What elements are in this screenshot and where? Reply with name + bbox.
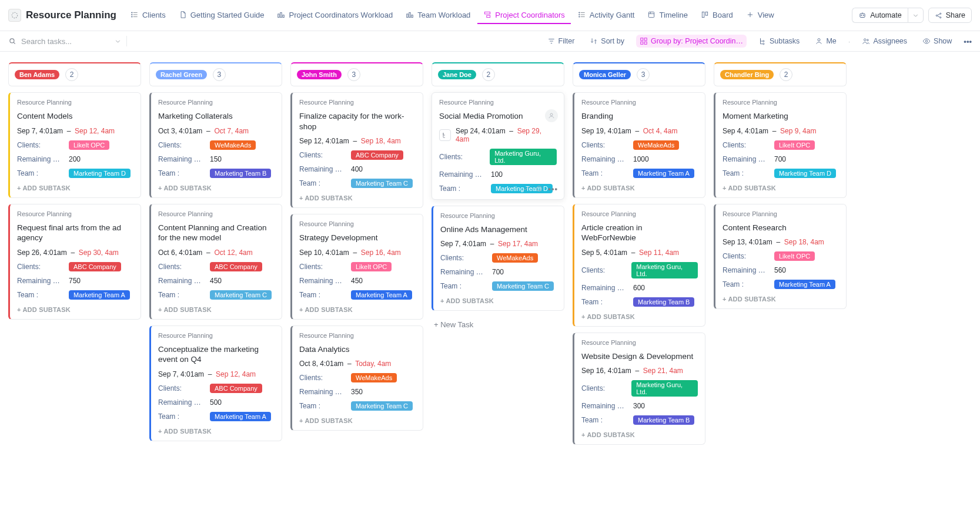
automate-button[interactable]: Automate	[852, 8, 908, 23]
add-subtask-button[interactable]: + ADD SUBTASK	[158, 305, 275, 313]
task-card[interactable]: Resource PlanningSocial Media PromotionS…	[432, 92, 564, 200]
add-subtask-button[interactable]: + ADD SUBTASK	[299, 416, 416, 424]
tab-project-coordinators[interactable]: Project Coordinators	[477, 7, 571, 24]
client-chip[interactable]: WeMakeAds	[633, 140, 679, 150]
task-card[interactable]: Resource PlanningMarketing CollateralsOc…	[149, 92, 282, 198]
team-chip[interactable]: Marketing Team B	[633, 297, 694, 307]
client-chip[interactable]: LikeIt OPC	[69, 140, 109, 150]
add-subtask-button[interactable]: + ADD SUBTASK	[723, 294, 839, 303]
team-chip[interactable]: Marketing Team A	[774, 280, 835, 289]
client-chip[interactable]: Marketing Guru, Ltd.	[631, 380, 698, 397]
card-more-menu[interactable]: •••	[548, 184, 558, 193]
team-chip[interactable]: Marketing Team B	[210, 169, 271, 178]
column-header[interactable]: Jane Doe2	[432, 62, 564, 86]
add-subtask-button[interactable]: + ADD SUBTASK	[158, 183, 275, 192]
team-chip[interactable]: Marketing Team C	[492, 281, 554, 291]
team-chip[interactable]: Marketing Team A	[210, 412, 271, 421]
tab-board[interactable]: Board	[695, 7, 739, 24]
add-subtask-button[interactable]: + ADD SUBTASK	[17, 183, 133, 192]
add-subtask-button[interactable]: + ADD SUBTASK	[723, 183, 839, 192]
subtasks-button[interactable]: Subtasks	[755, 35, 803, 48]
more-menu[interactable]: •••	[964, 37, 972, 46]
tab-timeline[interactable]: Timeline	[641, 7, 694, 24]
share-button[interactable]: Share	[928, 8, 972, 23]
task-card[interactable]: Resource PlanningArticle creation in Web…	[573, 204, 705, 327]
tab-activity-gantt[interactable]: Activity Gantt	[572, 7, 641, 24]
sortby-button[interactable]: Sort by	[586, 35, 628, 48]
task-card[interactable]: Resource PlanningOnline Ads ManagementSe…	[432, 206, 564, 311]
task-title: Moment Marketing	[723, 111, 839, 122]
add-subtask-button[interactable]: + ADD SUBTASK	[299, 193, 416, 202]
assignees-button[interactable]: Assignees	[858, 35, 911, 48]
team-chip[interactable]: Marketing Team A	[633, 169, 694, 178]
add-subtask-button[interactable]: + ADD SUBTASK	[581, 312, 698, 320]
groupby-button[interactable]: Group by: Project Coordin…	[636, 35, 747, 48]
task-card[interactable]: Resource PlanningConceptualize the marke…	[149, 325, 282, 441]
add-subtask-button[interactable]: + ADD SUBTASK	[440, 296, 557, 304]
client-chip[interactable]: WeMakeAds	[210, 140, 256, 150]
task-card[interactable]: Resource PlanningBrandingSep 19, 4:01am …	[573, 92, 705, 198]
client-chip[interactable]: LikeIt OPC	[351, 262, 392, 271]
task-card[interactable]: Resource PlanningMoment MarketingSep 4, …	[714, 92, 847, 198]
tab-clients[interactable]: Clients	[125, 7, 172, 24]
task-card[interactable]: Resource PlanningContent ModelsSep 7, 4:…	[8, 92, 141, 198]
client-chip[interactable]: WeMakeAds	[492, 253, 538, 263]
team-chip[interactable]: Marketing Team C	[210, 290, 272, 300]
assignee-placeholder[interactable]	[545, 109, 558, 122]
client-chip[interactable]: Marketing Guru, Ltd.	[490, 149, 557, 165]
show-button[interactable]: Show	[919, 35, 955, 48]
tab-project-coordinators-workload[interactable]: Project Coordinators Workload	[271, 7, 399, 24]
column-john-smith: John Smith3Resource PlanningFinalize cap…	[290, 62, 423, 431]
client-chip[interactable]: ABC Company	[351, 150, 403, 160]
client-chip[interactable]: ABC Company	[210, 384, 262, 393]
clients-label: Clients:	[440, 254, 486, 262]
chevron-down-icon[interactable]	[114, 38, 122, 45]
circle-icon[interactable]	[535, 184, 543, 193]
search-input[interactable]	[21, 37, 109, 46]
add-subtask-button[interactable]: + ADD SUBTASK	[158, 427, 275, 435]
team-chip[interactable]: Marketing Team D	[774, 169, 836, 178]
check-icon[interactable]	[522, 184, 530, 193]
team-chip[interactable]: Marketing Team A	[69, 290, 130, 300]
task-card[interactable]: Resource PlanningFinalize capacity for t…	[290, 92, 423, 208]
client-chip[interactable]: LikeIt OPC	[774, 140, 815, 150]
search[interactable]	[8, 36, 127, 46]
svg-rect-6	[283, 15, 284, 18]
add-subtask-button[interactable]: + ADD SUBTASK	[17, 305, 133, 313]
new-task-button[interactable]: + New Task	[432, 317, 564, 333]
subtask-icon[interactable]	[439, 129, 451, 141]
tab-team-workload[interactable]: Team Workload	[400, 7, 476, 24]
tab-view[interactable]: View	[740, 7, 780, 24]
task-card[interactable]: Resource PlanningStrategy DevelopmentSep…	[290, 214, 423, 320]
team-chip[interactable]: Marketing Team B	[633, 415, 694, 425]
app-icon[interactable]	[8, 9, 21, 22]
task-card[interactable]: Resource PlanningContent Planning and Cr…	[149, 204, 282, 320]
svg-point-1	[132, 12, 132, 13]
add-subtask-button[interactable]: + ADD SUBTASK	[581, 183, 698, 192]
card-count: 3	[347, 68, 360, 81]
team-chip[interactable]: Marketing Team C	[351, 401, 413, 411]
task-card[interactable]: Resource PlanningRequest final arts from…	[8, 204, 141, 320]
column-header[interactable]: Monica Geller3	[573, 62, 705, 86]
client-chip[interactable]: LikeIt OPC	[774, 251, 815, 261]
filter-button[interactable]: Filter	[544, 35, 578, 48]
client-chip[interactable]: ABC Company	[210, 262, 262, 271]
team-chip[interactable]: Marketing Team D	[69, 169, 131, 178]
task-card[interactable]: Resource PlanningData AnalyticsOct 8, 4:…	[290, 325, 423, 431]
add-subtask-button[interactable]: + ADD SUBTASK	[299, 305, 416, 313]
column-header[interactable]: Rachel Green3	[149, 62, 282, 86]
task-card[interactable]: Resource PlanningContent ResearchSep 13,…	[714, 204, 847, 310]
automate-dropdown[interactable]	[908, 8, 924, 23]
column-header[interactable]: John Smith3	[290, 62, 423, 86]
column-header[interactable]: Ben Adams2	[8, 62, 141, 86]
me-button[interactable]: Me	[811, 35, 839, 48]
tab-getting-started-guide[interactable]: Getting Started Guide	[173, 7, 270, 24]
task-card[interactable]: Resource PlanningWebsite Design & Develo…	[573, 333, 705, 445]
add-subtask-button[interactable]: + ADD SUBTASK	[581, 430, 698, 438]
client-chip[interactable]: Marketing Guru, Ltd.	[631, 262, 698, 278]
column-header[interactable]: Chandler Bing2	[714, 62, 847, 86]
client-chip[interactable]: ABC Company	[69, 262, 121, 271]
team-chip[interactable]: Marketing Team C	[351, 179, 413, 188]
client-chip[interactable]: WeMakeAds	[351, 373, 397, 382]
team-chip[interactable]: Marketing Team A	[351, 290, 412, 300]
